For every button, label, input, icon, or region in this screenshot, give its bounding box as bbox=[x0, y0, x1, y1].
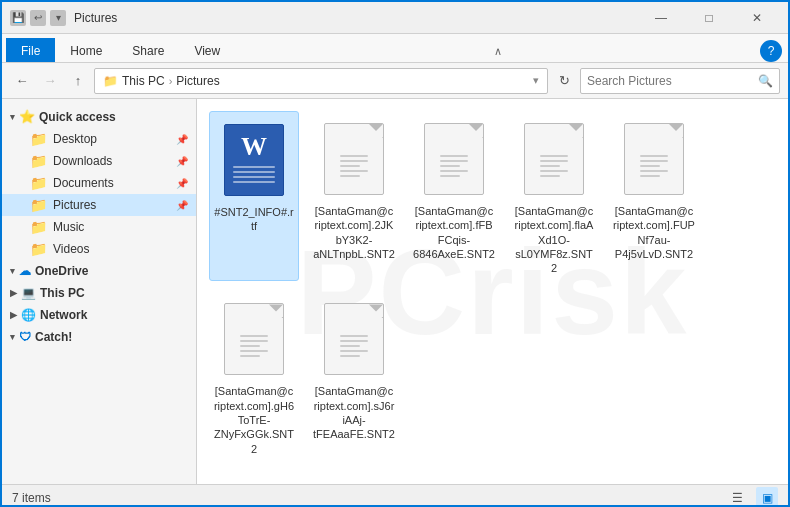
up-button[interactable]: ↑ bbox=[66, 69, 90, 93]
tab-share[interactable]: Share bbox=[117, 38, 179, 62]
doc-line bbox=[240, 345, 260, 347]
file-item[interactable]: [SantaGman@criptext.com].FUPNf7au-P4j5vL… bbox=[609, 111, 699, 281]
doc-line bbox=[340, 155, 368, 157]
doc-line bbox=[340, 345, 360, 347]
word-line bbox=[233, 171, 275, 173]
ribbon-tabs: File Home Share View ∧ ? bbox=[2, 34, 788, 62]
onedrive-icon: ☁ bbox=[19, 264, 31, 278]
sidebar-item-videos[interactable]: 📁 Videos bbox=[2, 238, 196, 260]
file-item[interactable]: [SantaGman@criptext.com].flaAXd1O-sL0YMF… bbox=[509, 111, 599, 281]
catch-label: Catch! bbox=[35, 330, 72, 344]
sidebar-pictures-label: Pictures bbox=[53, 198, 96, 212]
tab-home[interactable]: Home bbox=[55, 38, 117, 62]
doc-line bbox=[440, 165, 460, 167]
sidebar: ▾ ⭐ Quick access 📁 Desktop 📌 📁 Downloads… bbox=[2, 99, 197, 484]
quick-access-toolbar-dropdown[interactable]: ▾ bbox=[50, 10, 66, 26]
file-icon-container bbox=[518, 117, 590, 201]
doc-line bbox=[440, 155, 468, 157]
sidebar-onedrive-header[interactable]: ▾ ☁ OneDrive bbox=[2, 260, 196, 282]
help-button[interactable]: ? bbox=[760, 40, 782, 62]
file-name: #SNT2_INFO#.rtf bbox=[214, 205, 294, 234]
file-item[interactable]: [SantaGman@criptext.com].gH6ToTrE-ZNyFxG… bbox=[209, 291, 299, 461]
path-this-pc[interactable]: This PC bbox=[122, 74, 165, 88]
grid-view-button[interactable]: ▣ bbox=[756, 487, 778, 508]
word-line bbox=[233, 166, 275, 168]
doc-lines bbox=[534, 135, 574, 183]
sidebar-thispc-header[interactable]: ▶ 💻 This PC bbox=[2, 282, 196, 304]
generic-file-icon bbox=[424, 123, 484, 195]
sidebar-quick-access-header[interactable]: ▾ ⭐ Quick access bbox=[2, 105, 196, 128]
pictures-folder-icon: 📁 bbox=[30, 197, 47, 213]
file-item[interactable]: [SantaGman@criptext.com].2JKbY3K2-aNLTnp… bbox=[309, 111, 399, 281]
word-file-icon: W bbox=[224, 124, 284, 196]
tab-file[interactable]: File bbox=[6, 38, 55, 62]
sidebar-item-desktop[interactable]: 📁 Desktop 📌 bbox=[2, 128, 196, 150]
file-name: [SantaGman@criptext.com].FUPNf7au-P4j5vL… bbox=[613, 204, 695, 261]
path-separator: › bbox=[169, 75, 173, 87]
file-item[interactable]: [SantaGman@criptext.com].sJ6riAAj-tFEAaa… bbox=[309, 291, 399, 461]
search-icon: 🔍 bbox=[758, 74, 773, 88]
address-bar: ← → ↑ 📁 This PC › Pictures ▾ ↻ 🔍 bbox=[2, 63, 788, 99]
file-name: [SantaGman@criptext.com].fFBFCqis-6846Ax… bbox=[413, 204, 495, 261]
pictures-pin-icon: 📌 bbox=[176, 200, 188, 211]
sidebar-network-header[interactable]: ▶ 🌐 Network bbox=[2, 304, 196, 326]
network-label: Network bbox=[40, 308, 87, 322]
doc-line bbox=[540, 160, 568, 162]
file-name: [SantaGman@criptext.com].flaAXd1O-sL0YMF… bbox=[513, 204, 595, 275]
doc-line bbox=[240, 355, 260, 357]
file-item[interactable]: [SantaGman@criptext.com].fFBFCqis-6846Ax… bbox=[409, 111, 499, 281]
word-line bbox=[233, 176, 275, 178]
sidebar-item-downloads[interactable]: 📁 Downloads 📌 bbox=[2, 150, 196, 172]
doc-line bbox=[540, 165, 560, 167]
doc-line bbox=[640, 160, 668, 162]
files-grid: W #SNT2_INFO#.rtf bbox=[209, 111, 776, 462]
sidebar-item-pictures[interactable]: 📁 Pictures 📌 bbox=[2, 194, 196, 216]
window-controls: — □ ✕ bbox=[638, 2, 780, 34]
path-pictures[interactable]: Pictures bbox=[176, 74, 219, 88]
minimize-button[interactable]: — bbox=[638, 2, 684, 34]
ribbon-collapse-button[interactable]: ∧ bbox=[486, 41, 510, 62]
forward-button[interactable]: → bbox=[38, 69, 62, 93]
documents-folder-icon: 📁 bbox=[30, 175, 47, 191]
search-box[interactable]: 🔍 bbox=[580, 68, 780, 94]
item-count: 7 items bbox=[12, 491, 51, 505]
sidebar-item-documents[interactable]: 📁 Documents 📌 bbox=[2, 172, 196, 194]
network-icon: 🌐 bbox=[21, 308, 36, 322]
downloads-pin-icon: 📌 bbox=[176, 156, 188, 167]
generic-file-icon bbox=[324, 123, 384, 195]
doc-lines bbox=[334, 315, 374, 363]
title-bar: 💾 ↩ ▾ Pictures — □ ✕ bbox=[2, 2, 788, 34]
sidebar-item-music[interactable]: 📁 Music bbox=[2, 216, 196, 238]
file-icon-container bbox=[618, 117, 690, 201]
main-layout: ▾ ⭐ Quick access 📁 Desktop 📌 📁 Downloads… bbox=[2, 99, 788, 484]
quick-access-star-icon: ⭐ bbox=[19, 109, 35, 124]
doc-lines bbox=[634, 135, 674, 183]
back-button[interactable]: ← bbox=[10, 69, 34, 93]
refresh-button[interactable]: ↻ bbox=[552, 69, 576, 93]
tab-view[interactable]: View bbox=[179, 38, 235, 62]
ribbon: File Home Share View ∧ ? bbox=[2, 34, 788, 63]
onedrive-label: OneDrive bbox=[35, 264, 88, 278]
generic-file-icon bbox=[524, 123, 584, 195]
sidebar-downloads-label: Downloads bbox=[53, 154, 112, 168]
sidebar-catch-header[interactable]: ▾ 🛡 Catch! bbox=[2, 326, 196, 348]
address-controls: ↻ bbox=[552, 69, 576, 93]
close-button[interactable]: ✕ bbox=[734, 2, 780, 34]
address-path[interactable]: 📁 This PC › Pictures ▾ bbox=[94, 68, 548, 94]
maximize-button[interactable]: □ bbox=[686, 2, 732, 34]
word-lines bbox=[233, 166, 275, 183]
thispc-chevron: ▶ bbox=[10, 288, 17, 298]
quick-access-toolbar-icon2: ↩ bbox=[30, 10, 46, 26]
list-view-button[interactable]: ☰ bbox=[726, 487, 748, 508]
documents-pin-icon: 📌 bbox=[176, 178, 188, 189]
thispc-label: This PC bbox=[40, 286, 85, 300]
doc-line bbox=[240, 340, 268, 342]
doc-line bbox=[240, 350, 268, 352]
search-input[interactable] bbox=[587, 74, 754, 88]
file-item[interactable]: W #SNT2_INFO#.rtf bbox=[209, 111, 299, 281]
generic-file-icon bbox=[624, 123, 684, 195]
address-dropdown-button[interactable]: ▾ bbox=[533, 74, 539, 87]
sidebar-desktop-label: Desktop bbox=[53, 132, 97, 146]
doc-line bbox=[540, 155, 568, 157]
doc-line bbox=[340, 170, 368, 172]
